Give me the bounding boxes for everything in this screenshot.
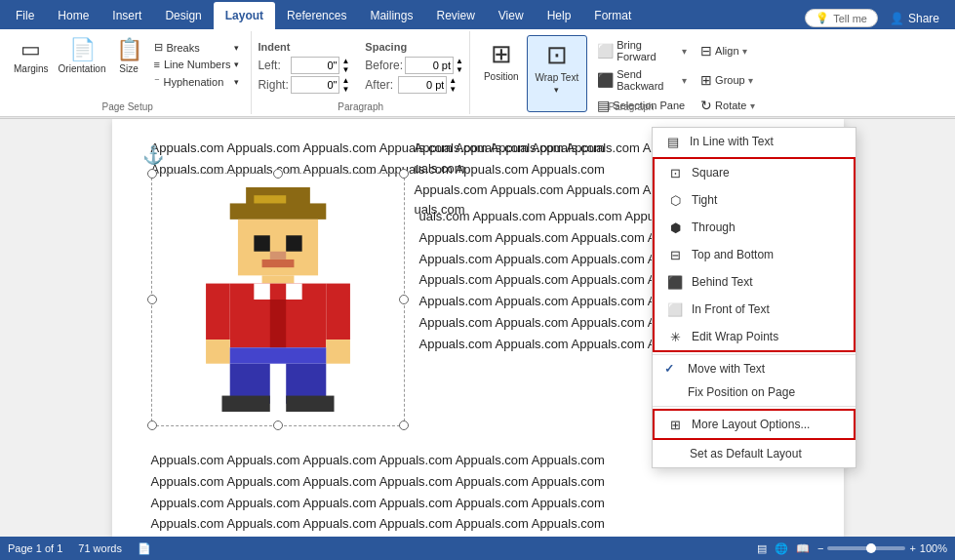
- text-below-2: Appuals.com Appuals.com Appuals.com Appu…: [151, 472, 824, 493]
- zoom-out-icon[interactable]: −: [817, 542, 823, 554]
- person-icon: 👤: [890, 12, 904, 25]
- svg-rect-11: [286, 284, 301, 300]
- resize-handle-bm[interactable]: [273, 420, 283, 430]
- indent-left-input[interactable]: [291, 57, 339, 74]
- group-arrow[interactable]: ▾: [748, 75, 753, 86]
- text-below-5: Appuals.com Appuals.com Appuals.com Appu…: [151, 536, 824, 537]
- tab-layout[interactable]: Layout: [214, 2, 275, 29]
- tab-mailings[interactable]: Mailings: [358, 2, 424, 29]
- dropdown-inline-with-text[interactable]: ▤ In Line with Text: [653, 128, 856, 155]
- dropdown-top-and-bottom[interactable]: ⊟ Top and Bottom: [655, 241, 854, 268]
- wrap-text-icon: ⊡: [546, 40, 568, 70]
- svg-rect-20: [221, 396, 269, 412]
- status-bar: Page 1 of 1 71 words 📄 ▤ 🌐 📖 − + 100%: [0, 537, 955, 560]
- dropdown-behind-text[interactable]: ⬛ Behind Text: [655, 268, 854, 296]
- view-read-icon[interactable]: 📖: [796, 542, 810, 555]
- tab-design[interactable]: Design: [153, 2, 213, 29]
- resize-handle-br[interactable]: [399, 420, 409, 430]
- behind-text-icon: ⬛: [666, 273, 684, 291]
- tell-me-box[interactable]: 💡 Tell me: [805, 9, 878, 27]
- svg-rect-14: [326, 284, 350, 340]
- dropdown-fix-position[interactable]: Fix Position on Page: [653, 380, 856, 404]
- dropdown-more-layout[interactable]: ⊞ More Layout Options...: [653, 409, 856, 440]
- resize-handle-tr[interactable]: [399, 169, 409, 179]
- inline-text-icon: ▤: [664, 133, 682, 150]
- dropdown-move-with-text[interactable]: ✓ Move with Text: [653, 357, 856, 380]
- tab-file[interactable]: File: [4, 2, 46, 29]
- share-button[interactable]: 👤 Share: [882, 10, 947, 27]
- spacing-after-label: After:: [365, 78, 396, 92]
- dropdown-divider-1: [653, 354, 856, 355]
- svg-rect-7: [269, 252, 285, 260]
- lightbulb-icon: 💡: [816, 12, 829, 24]
- send-backward-button[interactable]: ⬛ Send Backward ▾: [591, 66, 693, 94]
- orientation-button[interactable]: 📄 Orientation: [55, 35, 110, 76]
- breaks-button[interactable]: ⊟ Breaks ▾: [148, 39, 246, 56]
- align-button[interactable]: ⊟ Align ▾: [695, 37, 796, 64]
- size-button[interactable]: 📋 Size: [112, 35, 146, 76]
- svg-rect-2: [254, 195, 286, 203]
- margins-icon: ▭: [20, 37, 41, 62]
- svg-rect-4: [254, 235, 269, 251]
- tab-insert[interactable]: Insert: [100, 2, 153, 29]
- resize-handle-tm[interactable]: [273, 169, 283, 179]
- indent-left-spinner[interactable]: ▲▼: [341, 57, 349, 74]
- view-mode-icon[interactable]: ▤: [757, 542, 767, 555]
- svg-rect-6: [261, 260, 294, 267]
- resize-handle-mr[interactable]: [399, 295, 409, 304]
- svg-rect-17: [229, 347, 326, 363]
- align-arrow[interactable]: ▾: [742, 46, 747, 57]
- indent-right-spinner[interactable]: ▲▼: [341, 76, 349, 94]
- tab-help[interactable]: Help: [536, 2, 583, 29]
- tab-bar: File Home Insert Design Layout Reference…: [0, 0, 955, 29]
- zoom-in-icon[interactable]: +: [909, 542, 915, 554]
- margins-button[interactable]: ▭ Margins: [10, 35, 53, 76]
- image-container[interactable]: ⚓: [151, 173, 405, 426]
- bring-forward-arrow[interactable]: ▾: [682, 46, 687, 57]
- dropdown-through[interactable]: ⬢ Through: [655, 214, 854, 241]
- align-icon: ⊟: [700, 43, 712, 59]
- through-wrap-icon: ⬢: [666, 219, 684, 236]
- resize-handle-tl[interactable]: [147, 169, 157, 179]
- arrange-label: Paragraph: [470, 101, 792, 112]
- zoom-thumb[interactable]: [866, 543, 876, 553]
- spacing-before-spinner[interactable]: ▲▼: [456, 57, 463, 74]
- language-indicator: 📄: [138, 542, 151, 555]
- dropdown-set-default[interactable]: Set as Default Layout: [653, 440, 856, 467]
- spacing-after-input[interactable]: [398, 76, 447, 94]
- line-numbers-button[interactable]: ≡ Line Numbers ▾: [148, 57, 246, 72]
- arrange-row-1: ⬜ Bring Forward ▾ ⊟ Align ▾: [591, 37, 796, 64]
- send-backward-arrow[interactable]: ▾: [682, 75, 687, 86]
- resize-handle-bl[interactable]: [147, 420, 157, 430]
- dropdown-edit-wrap-points[interactable]: ✳ Edit Wrap Points: [655, 323, 854, 350]
- view-web-icon[interactable]: 🌐: [775, 542, 788, 555]
- group-button[interactable]: ⊞ Group ▾: [695, 66, 796, 94]
- position-label: Position: [484, 71, 519, 82]
- spacing-after-spinner[interactable]: ▲▼: [449, 76, 457, 94]
- dropdown-in-front-of-text[interactable]: ⬜ In Front of Text: [655, 296, 854, 323]
- resize-handle-ml[interactable]: [147, 295, 157, 304]
- wrap-text-arrow-icon: ▾: [554, 85, 559, 95]
- zoom-slider[interactable]: [827, 546, 905, 550]
- bring-forward-button[interactable]: ⬜ Bring Forward ▾: [591, 37, 693, 64]
- tab-review[interactable]: Review: [424, 2, 486, 29]
- hyphenation-button[interactable]: ⁻ Hyphenation ▾: [148, 73, 246, 90]
- status-right: ▤ 🌐 📖 − + 100%: [757, 542, 947, 555]
- tab-view[interactable]: View: [487, 2, 536, 29]
- text-below-4: Appuals.com Appuals.com Appuals.com Appu…: [151, 514, 824, 535]
- move-with-text-check: ✓: [664, 362, 680, 376]
- dropdown-square[interactable]: ⊡ Square: [655, 159, 854, 186]
- indent-left-label: Left:: [258, 59, 289, 72]
- dropdown-tight[interactable]: ⬡ Tight: [655, 186, 854, 214]
- tab-home[interactable]: Home: [46, 2, 100, 29]
- pixel-art-character: [180, 187, 376, 412]
- more-layout-icon: ⊞: [666, 416, 684, 433]
- indent-label: Indent: [258, 41, 349, 53]
- line-numbers-icon: ≡: [154, 59, 160, 70]
- tab-references[interactable]: References: [275, 2, 358, 29]
- position-icon: ⊞: [491, 39, 512, 69]
- spacing-before-input[interactable]: [405, 57, 454, 74]
- indent-right-input[interactable]: [291, 76, 339, 94]
- svg-rect-15: [206, 340, 230, 364]
- tab-format[interactable]: Format: [582, 2, 643, 29]
